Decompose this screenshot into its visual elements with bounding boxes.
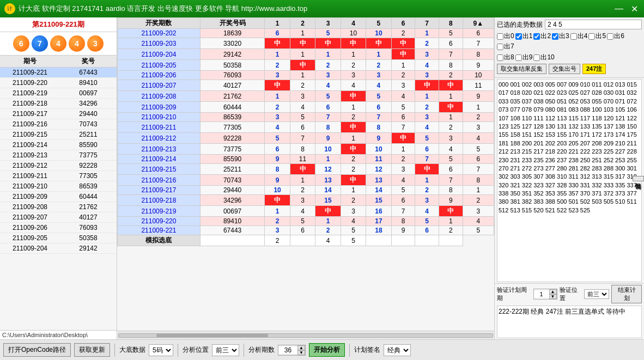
list-item[interactable]: 211009-206 76093 bbox=[0, 223, 117, 233]
spin-down[interactable]: ▼ bbox=[549, 294, 557, 299]
data-table-wrapper[interactable]: 开奖期数开奖号码123456789▲ 211009-20218639615101… bbox=[117, 17, 494, 331]
start-analysis-button[interactable]: 开始分析 bbox=[309, 343, 345, 357]
pos-select[interactable]: 前三后三中三 bbox=[212, 344, 239, 356]
inject-button[interactable]: 247注 bbox=[582, 64, 606, 74]
checkbox[interactable] bbox=[533, 33, 540, 40]
checkbox[interactable] bbox=[588, 33, 595, 40]
table-cell: 2 bbox=[265, 217, 290, 226]
list-item[interactable]: 211009-207 40127 bbox=[0, 212, 117, 223]
period-spin-up[interactable]: ▲ bbox=[297, 345, 305, 350]
titlebar-controls: — ✕ bbox=[613, 3, 640, 14]
list-item[interactable]: 211009-209 60444 bbox=[0, 192, 117, 202]
verify-pos-select[interactable]: 前三后三中三 bbox=[584, 289, 609, 299]
list-body[interactable]: 211009-221 67443211009-220 89410211009-2… bbox=[0, 68, 117, 330]
list-item[interactable]: 211009-215 25211 bbox=[0, 130, 117, 140]
table-row[interactable]: 211009-2129222857919中534 bbox=[118, 133, 494, 144]
table-row[interactable]: 211009-220894102514178514 bbox=[118, 217, 494, 226]
numbers-box[interactable]: 000 001 002 003 005 007 009 010 011 012 … bbox=[497, 79, 642, 282]
checkbox-item[interactable]: 出7 bbox=[497, 42, 514, 51]
list-item[interactable]: 211009-212 92228 bbox=[0, 161, 117, 171]
checkbox[interactable] bbox=[497, 44, 503, 50]
list-item[interactable]: 211009-220 89410 bbox=[0, 78, 117, 88]
table-cell: 1 bbox=[439, 91, 463, 102]
checkbox-item[interactable]: 出0 bbox=[497, 32, 514, 41]
table-row[interactable]: 211009-2021863961510102156 bbox=[118, 29, 494, 38]
table-row[interactable]: 211009-20740127中24443中中11 bbox=[118, 80, 494, 91]
exchange-button[interactable]: 交集出号 bbox=[549, 64, 580, 74]
list-item[interactable]: 211009-219 00697 bbox=[0, 88, 117, 99]
list-item[interactable]: 211009-211 77305 bbox=[0, 171, 117, 181]
checkbox[interactable] bbox=[533, 54, 540, 61]
open-code-button[interactable]: 打开OpenCode路径 bbox=[3, 343, 71, 357]
checkbox[interactable] bbox=[497, 54, 503, 61]
table-row[interactable]: 211009-213737756810中101645 bbox=[118, 144, 494, 155]
table-row[interactable]: 211009-21177305468中87423 bbox=[118, 122, 494, 133]
table-row[interactable]: 211009-21729440102141145281 bbox=[118, 186, 494, 195]
table-row[interactable]: 211009-206760933133323210 bbox=[118, 71, 494, 80]
checkbox-item[interactable]: 出5 bbox=[588, 32, 606, 41]
table-row[interactable]: 211009-21834296中3152156392 bbox=[118, 195, 494, 206]
list-item[interactable]: 211009-213 73775 bbox=[0, 150, 117, 161]
fetch-update-button[interactable]: 获取更新 bbox=[74, 343, 110, 357]
table-cell: 6 bbox=[366, 102, 391, 113]
verify-input[interactable] bbox=[534, 291, 549, 297]
checkbox-item[interactable]: 出1 bbox=[515, 32, 533, 41]
table-row[interactable]: 211009-20821762135中54119 bbox=[118, 91, 494, 102]
end-plan-button[interactable]: 结束计划 bbox=[611, 285, 642, 303]
period-spin-down[interactable]: ▼ bbox=[297, 350, 305, 355]
list-item[interactable]: 211009-216 70743 bbox=[0, 119, 117, 130]
list-prize: 29142 bbox=[60, 243, 117, 253]
list-item[interactable]: 211009-214 85590 bbox=[0, 140, 117, 150]
table-cell: 2 bbox=[341, 164, 366, 175]
table-row[interactable]: 211009-2042914211111中378 bbox=[118, 49, 494, 60]
checkbox[interactable] bbox=[552, 33, 558, 40]
checkbox[interactable] bbox=[607, 33, 613, 40]
scrollbar-row[interactable] bbox=[117, 331, 494, 339]
checkbox[interactable] bbox=[515, 33, 522, 40]
table-row[interactable]: 211009-2148559091112112756 bbox=[118, 155, 494, 164]
copy-button[interactable]: 复制号码 bbox=[633, 176, 644, 181]
close-button[interactable]: ✕ bbox=[629, 3, 640, 14]
table-row[interactable]: 211009-205503582中2221489 bbox=[118, 60, 494, 71]
table-row[interactable]: 211009-2190069714中31674中3 bbox=[118, 206, 494, 217]
table-cell: 8 bbox=[265, 164, 290, 175]
list-item[interactable]: 211009-217 29440 bbox=[0, 109, 117, 119]
period-spin[interactable]: ▲ ▼ bbox=[278, 345, 306, 356]
table-row[interactable]: 211009-20333020中中中中中中267 bbox=[118, 38, 494, 49]
fetch-intersection-button[interactable]: 取交集结果反集 bbox=[497, 64, 546, 74]
plan-select[interactable]: 经典普通 bbox=[384, 344, 411, 356]
trend-input[interactable]: 2 4 5 bbox=[545, 20, 642, 29]
verify-spin[interactable]: ▲ ▼ bbox=[533, 289, 557, 300]
table-row[interactable]: 211009-215252118中122123中67 bbox=[118, 164, 494, 175]
checkbox-item[interactable]: 出4 bbox=[570, 32, 588, 41]
table-row[interactable]: 211009-216707439113中134178 bbox=[118, 175, 494, 186]
list-item[interactable]: 211009-221 67443 bbox=[0, 68, 117, 78]
data-select[interactable]: 5码4码3码 bbox=[149, 344, 173, 356]
scrollbar-track[interactable] bbox=[118, 333, 493, 338]
table-row[interactable]: 211009-21086539357276312 bbox=[118, 113, 494, 122]
table-cell: 1 bbox=[315, 217, 341, 226]
table-cell-period: 211009-210 bbox=[118, 113, 201, 122]
table-cell: 13 bbox=[366, 175, 391, 186]
period-input[interactable] bbox=[278, 346, 297, 354]
table-row[interactable]: 211009-209604442461652中1 bbox=[118, 102, 494, 113]
checkbox-item[interactable]: 出10 bbox=[533, 53, 554, 62]
checkbox[interactable] bbox=[515, 54, 522, 61]
list-item[interactable]: 211009-208 21762 bbox=[0, 202, 117, 212]
table-row[interactable]: 211009-221674433625189625 bbox=[118, 226, 494, 235]
checkbox-item[interactable]: 出2 bbox=[533, 32, 551, 41]
minimize-button[interactable]: — bbox=[613, 3, 624, 14]
checkbox-item[interactable]: 出8 bbox=[497, 53, 514, 62]
simulated-cell bbox=[366, 235, 391, 246]
checkbox-item[interactable]: 出3 bbox=[552, 32, 569, 41]
checkbox[interactable] bbox=[570, 33, 577, 40]
checkbox-item[interactable]: 出9 bbox=[515, 53, 533, 62]
list-item[interactable]: 211009-205 50358 bbox=[0, 233, 117, 243]
table-cell: 4 bbox=[315, 80, 341, 91]
checkbox-item[interactable]: 出6 bbox=[607, 32, 624, 41]
checkbox[interactable] bbox=[497, 33, 503, 40]
list-item[interactable]: 211009-218 34296 bbox=[0, 99, 117, 109]
list-item[interactable]: 211009-204 29142 bbox=[0, 243, 117, 254]
spin-up[interactable]: ▲ bbox=[549, 289, 557, 294]
list-item[interactable]: 211009-210 86539 bbox=[0, 181, 117, 192]
